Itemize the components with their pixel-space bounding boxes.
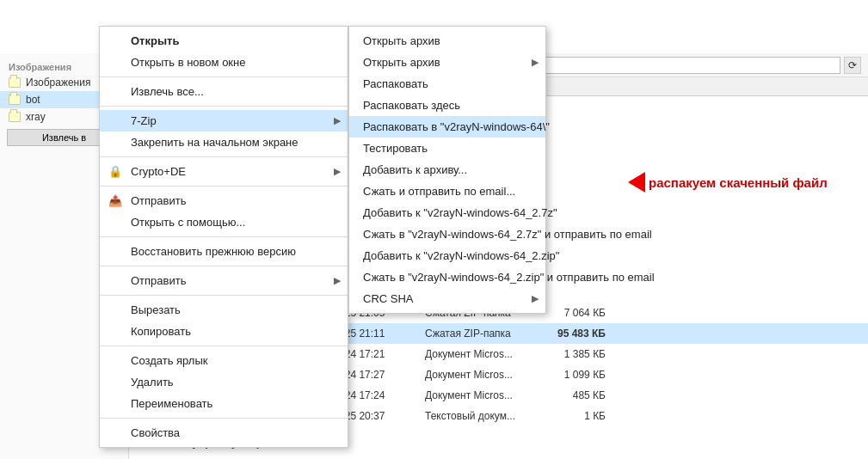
submenu-arrow-icon: ▶ bbox=[334, 115, 341, 126]
menu-7zip-unpack-here[interactable]: Распаковать здесь bbox=[349, 95, 545, 116]
lock-icon: 🔒 bbox=[108, 165, 122, 179]
menu-7zip-unpack-to-folder[interactable]: Распаковать в "v2rayN-windows-64\" bbox=[349, 116, 545, 138]
menu-item-crypto[interactable]: 🔒 Crypto+DE ▶ bbox=[100, 161, 348, 182]
menu-item-rename[interactable]: Переименовать bbox=[100, 393, 348, 414]
menu-7zip-open-archive[interactable]: Открыть архив bbox=[349, 30, 545, 52]
annotation-arrow-text: распакуем скаченный файл bbox=[649, 175, 828, 190]
context-menu-primary: Открыть Открыть в новом окне Извлечь все… bbox=[99, 26, 348, 448]
submenu-arrow-icon: ▶ bbox=[334, 166, 341, 177]
menu-separator bbox=[100, 156, 348, 157]
menu-item-copy[interactable]: Копировать bbox=[100, 321, 348, 342]
menu-item-7zip[interactable]: 7-Zip ▶ bbox=[100, 110, 348, 132]
arrow-shape bbox=[628, 172, 645, 193]
menu-separator bbox=[100, 106, 348, 107]
menu-7zip-compress-zip-email[interactable]: Сжать в "v2rayN-windows-64_2.zip" и отпр… bbox=[349, 266, 545, 288]
menu-item-restore-prev[interactable]: Восстановить прежнюю версию bbox=[100, 241, 348, 262]
menu-item-delete[interactable]: Удалить bbox=[100, 371, 348, 393]
menu-item-extract-all[interactable]: Извлечь все... bbox=[100, 81, 348, 102]
menu-separator bbox=[100, 186, 348, 187]
menu-7zip-open-archive-sub[interactable]: Открыть архив ▶ bbox=[349, 52, 545, 73]
menu-7zip-add-7z[interactable]: Добавить к "v2rayN-windows-64_2.7z" bbox=[349, 202, 545, 223]
menu-7zip-crc-sha[interactable]: CRC SHA ▶ bbox=[349, 288, 545, 309]
send-icon: 📤 bbox=[108, 194, 122, 208]
folder-icon bbox=[9, 77, 21, 88]
menu-7zip-add-archive[interactable]: Добавить к архиву... bbox=[349, 159, 545, 181]
menu-7zip-unpack[interactable]: Распаковать bbox=[349, 73, 545, 95]
menu-7zip-compress-7z-email[interactable]: Сжать в "v2rayN-windows-64_2.7z" и отпра… bbox=[349, 223, 545, 245]
red-arrow-annotation: распакуем скаченный файл bbox=[628, 172, 828, 193]
menu-item-pin[interactable]: Закрепить на начальном экране bbox=[100, 132, 348, 153]
context-menu-7zip: Открыть архив Открыть архив ▶ Распаковат… bbox=[348, 26, 546, 314]
menu-7zip-test[interactable]: Тестировать bbox=[349, 138, 545, 159]
menu-separator bbox=[100, 418, 348, 419]
menu-separator bbox=[100, 266, 348, 266]
menu-item-open[interactable]: Открыть bbox=[100, 30, 348, 52]
menu-item-send2[interactable]: Отправить ▶ bbox=[100, 270, 348, 291]
submenu-arrow-icon: ▶ bbox=[532, 57, 539, 68]
menu-separator bbox=[100, 346, 348, 346]
folder-icon bbox=[9, 112, 21, 122]
refresh-button[interactable]: ⟳ bbox=[844, 57, 861, 74]
menu-separator bbox=[100, 236, 348, 237]
submenu-arrow-icon: ▶ bbox=[334, 275, 341, 286]
menu-7zip-add-zip[interactable]: Добавить к "v2rayN-windows-64_2.zip" bbox=[349, 245, 545, 266]
menu-item-properties[interactable]: Свойства bbox=[100, 422, 348, 444]
menu-7zip-compress-email[interactable]: Сжать и отправить по email... bbox=[349, 181, 545, 202]
menu-item-send1[interactable]: 📤 Отправить bbox=[100, 190, 348, 211]
menu-separator bbox=[100, 76, 348, 77]
submenu-arrow-icon: ▶ bbox=[532, 293, 539, 304]
menu-item-create-shortcut[interactable]: Создать ярлык bbox=[100, 350, 348, 371]
menu-separator bbox=[100, 295, 348, 296]
menu-item-open-with[interactable]: Открыть с помощью... bbox=[100, 211, 348, 233]
folder-icon bbox=[9, 95, 21, 105]
menu-item-cut[interactable]: Вырезать bbox=[100, 299, 348, 321]
menu-item-open-new-window[interactable]: Открыть в новом окне bbox=[100, 52, 348, 73]
